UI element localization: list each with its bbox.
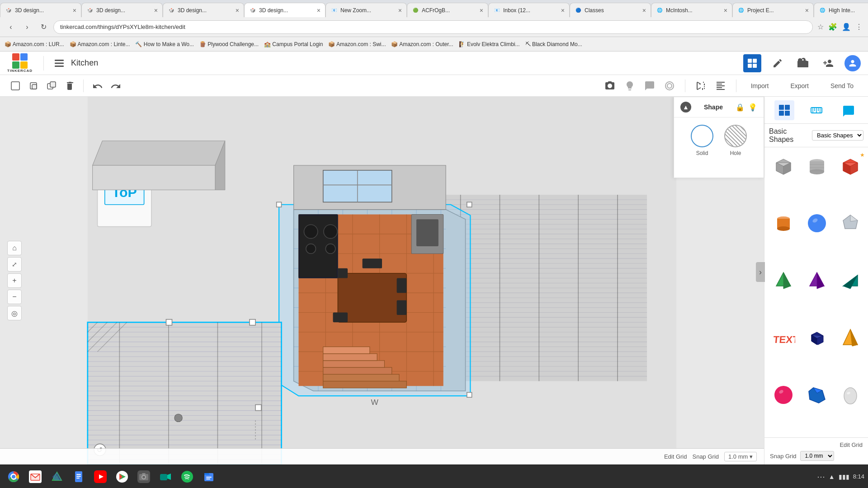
mirror-tool[interactable] [693, 78, 709, 94]
forward-button[interactable]: › [21, 21, 33, 33]
zoom-out-button[interactable]: − [7, 290, 22, 304]
tab-10-close[interactable]: × [805, 7, 809, 14]
taskbar-docs[interactable] [69, 467, 89, 487]
tab-9-close[interactable]: × [724, 7, 727, 14]
taskbar-meet[interactable] [156, 467, 175, 487]
tab-2-close[interactable]: × [154, 7, 158, 14]
shape-pyramid-green[interactable] [768, 265, 799, 296]
reload-button[interactable]: ↻ [37, 21, 50, 33]
hole-shape-option[interactable]: Hole [724, 125, 747, 156]
shape-wedge-teal[interactable] [835, 265, 866, 296]
bookmark-5[interactable]: 🏫 Campus Portal Login [264, 41, 323, 47]
shape-sphere-blue[interactable] [802, 208, 832, 239]
home-view-button[interactable]: ⌂ [7, 241, 22, 255]
bookmark-8[interactable]: 🧗 Evolv Elektra Climbi... [459, 41, 520, 47]
ruler-icon[interactable] [807, 100, 826, 120]
taskbar-chromium[interactable] [4, 467, 24, 487]
shape-panel-collapse[interactable]: ▲ [680, 102, 691, 113]
export-button[interactable]: Export [783, 80, 816, 92]
shape-cylinder-orange[interactable] [768, 208, 799, 239]
copy-button[interactable] [25, 78, 42, 94]
grid-view-icon[interactable] [774, 100, 794, 120]
snap-grid-value[interactable]: 1.0 mm ▾ [724, 452, 757, 461]
duplicate-button[interactable] [43, 78, 60, 94]
bookmark-6[interactable]: 📦 Amazon.com : Swi... [328, 41, 386, 47]
tab-11[interactable]: 🌐 High Inte... × [814, 3, 868, 17]
taskbar-play-store[interactable] [112, 467, 132, 487]
delete-button[interactable] [61, 78, 78, 94]
add-user-button[interactable] [819, 54, 837, 72]
tab-7[interactable]: 📧 Inbox (12... × [488, 3, 570, 17]
tab-4-close[interactable]: × [317, 7, 321, 14]
snap-grid-dropdown[interactable]: 1.0 mm 0.5 mm 2.0 mm [800, 451, 834, 461]
settings-dots[interactable]: ⋮ [854, 22, 863, 32]
tab-9[interactable]: 🌐 McIntosh... × [651, 3, 732, 17]
tab-1[interactable]: 🎲 3D design... × [0, 3, 81, 17]
tab-5[interactable]: 📧 New Zoom... × [326, 3, 407, 17]
shape-text[interactable]: TEXT [768, 322, 799, 353]
tab-6-close[interactable]: × [480, 7, 483, 14]
taskbar-files[interactable] [199, 467, 219, 487]
avatar-button[interactable] [844, 55, 861, 71]
tab-3[interactable]: 🎲 3D design... × [163, 3, 244, 17]
bookmark-9[interactable]: ⛏ Black Diamond Mo... [525, 41, 582, 47]
lightbulb-icon[interactable]: 💡 [748, 103, 757, 112]
bookmark-7[interactable]: 📦 Amazon.com : Outer... [391, 41, 453, 47]
tab-6[interactable]: 🟢 ACFrOgB... × [407, 3, 488, 17]
backpack-button[interactable] [794, 54, 812, 72]
shape-box-red[interactable]: ★ [835, 151, 866, 182]
camera-tool[interactable] [602, 78, 618, 94]
fit-view-button[interactable]: ⤢ [7, 257, 22, 272]
profile-icon[interactable]: 👤 [841, 22, 852, 32]
shape-cylinder-gray[interactable] [802, 151, 832, 182]
tab-4-active[interactable]: 🎲 3D design... × [244, 3, 326, 17]
shape-pyramid-purple[interactable] [802, 265, 832, 296]
compass-button[interactable]: ◎ [7, 306, 22, 320]
new-shape-button[interactable] [7, 78, 24, 94]
grid-view-button[interactable] [743, 54, 761, 72]
shapes-category-dropdown[interactable]: Basic Shapes Featured Letters [812, 130, 863, 141]
shape-box-navy[interactable] [802, 322, 832, 353]
taskbar-youtube[interactable] [90, 467, 110, 487]
extensions-icon[interactable]: 🧩 [827, 22, 838, 32]
bookmark-3[interactable]: 🔨 How to Make a Wo... [135, 41, 194, 47]
address-input[interactable] [53, 20, 813, 34]
taskbar-spotify[interactable] [177, 467, 197, 487]
shape-box[interactable] [768, 151, 799, 182]
shape-egg[interactable] [835, 380, 866, 410]
circle-tool[interactable] [661, 78, 678, 94]
edit-grid-button[interactable]: Edit Grid [770, 441, 863, 448]
tab-10[interactable]: 🌐 Project E... × [732, 3, 814, 17]
taskbar-photos[interactable] [134, 467, 154, 487]
bookmark-star[interactable]: ☆ [816, 22, 825, 32]
zoom-in-button[interactable]: + [7, 273, 22, 288]
align-tool[interactable] [712, 78, 729, 94]
shape-irregular-silver[interactable] [835, 208, 866, 239]
panel-expand-arrow[interactable]: › [756, 262, 765, 282]
taskbar-gmail[interactable] [25, 467, 45, 487]
redo-button[interactable] [107, 78, 123, 94]
viewport[interactable]: ToP [0, 97, 764, 465]
shape-pyramid-yellow[interactable] [835, 322, 866, 353]
back-button[interactable]: ‹ [5, 21, 17, 33]
shape-tool[interactable] [642, 78, 658, 94]
tab-3-close[interactable]: × [236, 7, 239, 14]
solid-shape-option[interactable]: Solid [691, 125, 713, 156]
lock-icon[interactable]: 🔒 [736, 103, 745, 112]
app-menu-icon[interactable] [55, 59, 64, 68]
edit-grid-label[interactable]: Edit Grid [664, 453, 687, 460]
taskbar-drive[interactable] [47, 467, 67, 487]
chat-icon[interactable] [839, 100, 859, 120]
bookmark-2[interactable]: 📦 Amazon.com : Linte... [70, 41, 130, 47]
shape-irregular-blue[interactable] [802, 380, 832, 410]
undo-button[interactable] [89, 78, 105, 94]
shape-sphere-pink[interactable] [768, 380, 799, 410]
send-to-button[interactable]: Send To [823, 80, 861, 92]
bookmark-1[interactable]: 📦 Amazon.com : LUR... [5, 41, 64, 47]
bookmark-4[interactable]: 🪵 Plywood Challenge... [199, 41, 259, 47]
tab-8-close[interactable]: × [642, 7, 646, 14]
tab-1-close[interactable]: × [73, 7, 76, 14]
tab-8[interactable]: 🔵 Classes × [570, 3, 651, 17]
tab-7-close[interactable]: × [561, 7, 565, 14]
tab-2[interactable]: 🎲 3D design... × [81, 3, 163, 17]
